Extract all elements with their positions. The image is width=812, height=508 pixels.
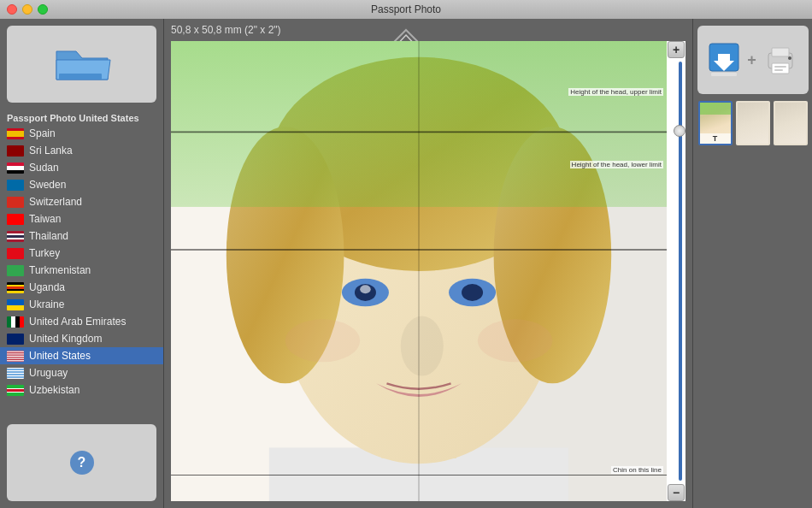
zoom-out-button[interactable]: −	[668, 484, 685, 501]
flag-flag-thailand	[7, 231, 24, 242]
plus-divider: +	[747, 51, 756, 69]
country-list-header: Passport Photo United States	[0, 109, 163, 125]
photo-wrapper: Chin on this line Height of the head, up…	[171, 41, 685, 501]
country-name: Sweden	[29, 179, 66, 191]
flag-flag-uae	[7, 316, 24, 328]
country-name: Sudan	[29, 162, 59, 174]
flag-flag-ukraine	[7, 299, 24, 310]
thumbnail-label-1: T	[700, 133, 731, 144]
country-item-taiwan[interactable]: Taiwan	[0, 210, 163, 227]
country-name: United Kingdom	[29, 333, 102, 345]
svg-point-24	[478, 319, 553, 362]
minimize-button[interactable]	[22, 4, 32, 15]
zoom-slider-track[interactable]	[679, 62, 682, 481]
svg-point-20	[462, 284, 483, 301]
help-icon[interactable]: ?	[70, 451, 94, 475]
country-item-thailand[interactable]: Thailand	[0, 227, 163, 245]
country-item-spain[interactable]: Spain	[0, 125, 163, 142]
country-item-ukraine[interactable]: Ukraine	[0, 296, 163, 313]
download-button[interactable]	[708, 42, 740, 78]
flag-flag-uk	[7, 334, 24, 345]
country-name: Uganda	[29, 281, 65, 293]
flag-flag-uzbekistan	[7, 385, 24, 396]
zoom-controls: + −	[667, 41, 685, 501]
flag-flag-taiwan	[7, 214, 24, 225]
svg-rect-34	[772, 63, 789, 74]
country-name: Thailand	[29, 230, 68, 242]
country-name: Uzbekistan	[29, 384, 79, 396]
maximize-button[interactable]	[38, 4, 48, 15]
country-name: United Arab Emirates	[29, 316, 126, 328]
flag-flag-uganda	[7, 282, 24, 293]
svg-point-23	[285, 319, 361, 362]
flag-flag-sudan	[7, 162, 24, 174]
country-item-switzerland[interactable]: Switzerland	[0, 193, 163, 210]
thumbnail-3[interactable]	[774, 101, 808, 145]
zoom-slider-thumb[interactable]	[674, 125, 685, 137]
svg-rect-37	[774, 69, 783, 71]
country-item-uganda[interactable]: Uganda	[0, 279, 163, 296]
country-name: United States	[29, 350, 91, 362]
chin-label: Chin on this line	[611, 466, 663, 474]
left-panel: Passport Photo United States SpainSri La…	[0, 19, 164, 508]
right-panel: + T	[692, 19, 812, 508]
flag-flag-us	[7, 351, 24, 362]
flag-flag-turkey	[7, 248, 24, 259]
photo-frame: Chin on this line Height of the head, up…	[171, 41, 667, 501]
traffic-lights	[7, 4, 48, 15]
country-name: Ukraine	[29, 298, 64, 310]
country-item-uruguay[interactable]: Uruguay	[0, 364, 163, 381]
country-name: Taiwan	[29, 213, 61, 225]
country-list[interactable]: SpainSri LankaSudanSwedenSwitzerlandTaiw…	[0, 125, 163, 417]
flag-flag-spain	[7, 128, 24, 139]
head-upper-label: Height of the head, upper limit	[568, 88, 663, 96]
svg-rect-33	[772, 48, 789, 56]
country-item-turkmenistan[interactable]: Turkmenistan	[0, 262, 163, 279]
close-button[interactable]	[7, 4, 17, 15]
center-panel: 50,8 x 50,8 mm (2" x 2")	[164, 19, 692, 508]
thumbnail-face-3	[775, 103, 806, 144]
country-name: Turkey	[29, 247, 60, 259]
svg-point-21	[360, 285, 371, 293]
country-name: Sri Lanka	[29, 145, 73, 157]
country-item-united-states[interactable]: United States	[0, 347, 163, 364]
country-item-sri-lanka[interactable]: Sri Lanka	[0, 142, 163, 159]
flag-flag-uruguay	[7, 368, 24, 379]
folder-area[interactable]	[7, 26, 156, 103]
toolbar-area: +	[697, 26, 809, 94]
country-name: Switzerland	[29, 196, 82, 208]
country-item-sudan[interactable]: Sudan	[0, 159, 163, 176]
flag-flag-turkmenistan	[7, 265, 24, 276]
thumbnail-green-overlay-1	[700, 103, 731, 115]
country-item-sweden[interactable]: Sweden	[0, 176, 163, 193]
country-name: Spain	[29, 127, 56, 139]
country-item-uzbekistan[interactable]: Uzbekistan	[0, 381, 163, 399]
svg-rect-31	[711, 73, 737, 76]
country-item-united-arab-emirates[interactable]: United Arab Emirates	[0, 313, 163, 330]
svg-rect-5	[59, 74, 102, 80]
help-box: ?	[7, 424, 156, 501]
thumbnail-2[interactable]	[736, 101, 770, 145]
print-button[interactable]	[763, 43, 797, 77]
country-item-united-kingdom[interactable]: United Kingdom	[0, 330, 163, 347]
country-item-turkey[interactable]: Turkey	[0, 245, 163, 262]
title-bar: Passport Photo	[0, 0, 812, 19]
country-name: Turkmenistan	[29, 264, 91, 276]
photo-container: Chin on this line Height of the head, up…	[171, 41, 685, 501]
head-lower-label: Height of the head, lower limit	[570, 161, 663, 168]
flag-flag-sri-lanka	[7, 145, 24, 157]
flag-flag-sweden	[7, 180, 24, 191]
svg-rect-36	[774, 66, 786, 68]
preview-thumbnails: T	[698, 101, 808, 145]
zoom-in-button[interactable]: +	[668, 41, 685, 58]
thumbnail-face-2	[738, 103, 768, 144]
svg-point-35	[788, 56, 791, 60]
main-layout: Passport Photo United States SpainSri La…	[0, 19, 812, 508]
flag-flag-switzerland	[7, 197, 24, 208]
thumbnail-1[interactable]: T	[698, 101, 733, 145]
chin-line	[171, 475, 667, 476]
svg-point-22	[401, 316, 444, 376]
window-title: Passport Photo	[371, 3, 441, 15]
country-name: Uruguay	[29, 367, 68, 379]
